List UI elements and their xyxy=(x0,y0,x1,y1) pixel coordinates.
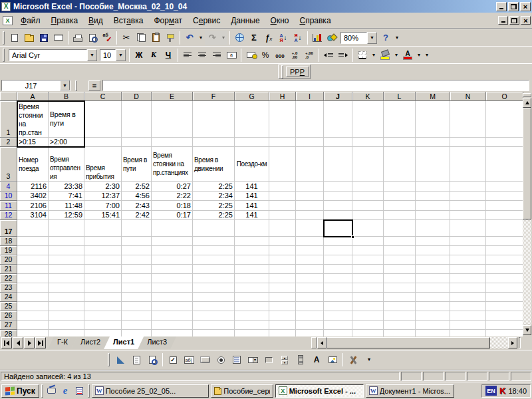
cell-F2[interactable] xyxy=(193,138,235,147)
cell-I4[interactable] xyxy=(296,182,324,192)
cell-M18[interactable] xyxy=(416,237,450,246)
cell-M4[interactable] xyxy=(416,182,450,192)
sheet-tab-3[interactable]: Лист1 xyxy=(104,336,144,349)
cell-B1[interactable]: Время в пути xyxy=(49,101,84,138)
antivirus-icon[interactable]: K xyxy=(499,386,505,396)
spelling-button[interactable] xyxy=(100,31,114,45)
cell-M1[interactable] xyxy=(416,101,450,138)
cell-K10[interactable] xyxy=(352,192,384,201)
cell-K24[interactable] xyxy=(352,293,384,302)
cell-K2[interactable] xyxy=(352,138,384,147)
cell-L4[interactable] xyxy=(384,182,416,192)
cell-H2[interactable] xyxy=(269,138,296,147)
borders-dropdown-button[interactable]: ▾ xyxy=(370,48,378,63)
cell-H10[interactable] xyxy=(269,192,296,201)
toolbar-grip[interactable] xyxy=(3,49,5,62)
cell-M19[interactable] xyxy=(416,246,450,255)
cell-H28[interactable] xyxy=(269,330,296,336)
menu-insert[interactable]: Вставка xyxy=(108,15,149,27)
tab-split-handle[interactable] xyxy=(311,337,317,348)
edit-formula-button[interactable]: = xyxy=(88,80,100,91)
sort-descending-button[interactable]: ЯА↓ xyxy=(291,31,305,45)
cell-A22[interactable] xyxy=(17,274,49,283)
cell-L12[interactable] xyxy=(384,211,416,220)
formula-bar-grip[interactable] xyxy=(75,80,77,91)
cell-G19[interactable] xyxy=(235,246,269,255)
cell-C18[interactable] xyxy=(84,237,122,246)
zoom-combo[interactable]: 80%▼ xyxy=(340,31,377,44)
font-combo-arrow[interactable]: ▼ xyxy=(87,49,97,61)
cell-I27[interactable] xyxy=(296,321,324,330)
textbox-button[interactable] xyxy=(181,352,197,368)
cell-N24[interactable] xyxy=(450,293,486,302)
cell-A3[interactable]: Номер поезда xyxy=(17,147,49,182)
doc-close-button[interactable]: × xyxy=(521,16,531,25)
cell-O2[interactable] xyxy=(486,138,523,147)
cell-E25[interactable] xyxy=(152,302,193,311)
cell-N22[interactable] xyxy=(450,274,486,283)
menu-tools[interactable]: Сервис xyxy=(188,15,225,27)
cell-E11[interactable]: 0:18 xyxy=(152,201,193,211)
cell-D17[interactable] xyxy=(122,220,152,237)
cell-N17[interactable] xyxy=(450,220,486,237)
option-button-button[interactable] xyxy=(213,352,229,368)
cell-K12[interactable] xyxy=(352,211,384,220)
row-header-22[interactable]: 22 xyxy=(0,274,17,283)
cell-O24[interactable] xyxy=(486,293,523,302)
cell-O4[interactable] xyxy=(486,182,523,192)
cell-A10[interactable]: 3402 xyxy=(17,192,49,201)
cell-L27[interactable] xyxy=(384,321,416,330)
show-desktop-button[interactable] xyxy=(45,384,58,397)
column-header-N[interactable]: N xyxy=(450,92,486,101)
increase-indent-button[interactable] xyxy=(336,48,350,63)
toolbar-options-button[interactable]: ▾ xyxy=(423,48,431,63)
cell-N20[interactable] xyxy=(450,255,486,265)
column-header-I[interactable]: I xyxy=(296,92,324,101)
properties-button[interactable] xyxy=(128,352,144,368)
select-all-corner[interactable] xyxy=(0,92,17,101)
cell-I22[interactable] xyxy=(296,274,324,283)
cell-D4[interactable]: 2:52 xyxy=(122,182,152,192)
cell-O3[interactable] xyxy=(486,147,523,182)
autosum-button[interactable] xyxy=(247,31,261,45)
row-header-24[interactable]: 24 xyxy=(0,293,17,302)
decrease-decimal-button[interactable]: +,00,0 xyxy=(302,48,317,63)
cell-A11[interactable]: 2106 xyxy=(17,201,49,211)
toolbar-grip[interactable] xyxy=(281,65,283,78)
cell-A25[interactable] xyxy=(17,302,49,311)
cell-M2[interactable] xyxy=(416,138,450,147)
cell-G4[interactable]: 141 xyxy=(235,182,269,192)
cell-K18[interactable] xyxy=(352,237,384,246)
cell-A26[interactable] xyxy=(17,311,49,321)
column-header-G[interactable]: G xyxy=(235,92,269,101)
cell-N12[interactable] xyxy=(450,211,486,220)
chart-wizard-button[interactable] xyxy=(310,31,325,45)
cell-J19[interactable] xyxy=(324,246,352,255)
cell-H11[interactable] xyxy=(269,201,296,211)
cell-B17[interactable] xyxy=(49,220,84,237)
cell-I19[interactable] xyxy=(296,246,324,255)
cell-B24[interactable] xyxy=(49,293,84,302)
cell-D3[interactable]: Время в пути xyxy=(122,147,152,182)
cell-N2[interactable] xyxy=(450,138,486,147)
cell-E12[interactable]: 0:17 xyxy=(152,211,193,220)
cell-M28[interactable] xyxy=(416,330,450,336)
cell-E26[interactable] xyxy=(152,311,193,321)
cell-H27[interactable] xyxy=(269,321,296,330)
cell-F18[interactable] xyxy=(193,237,235,246)
cell-D12[interactable]: 2:42 xyxy=(122,211,152,220)
row-header-12[interactable]: 12 xyxy=(0,211,17,220)
cell-O26[interactable] xyxy=(486,311,523,321)
cell-N23[interactable] xyxy=(450,283,486,293)
cell-F20[interactable] xyxy=(193,255,235,265)
cell-I12[interactable] xyxy=(296,211,324,220)
name-box-dropdown[interactable]: ▼ xyxy=(60,80,70,90)
cell-F11[interactable]: 2:25 xyxy=(193,201,235,211)
paste-button[interactable] xyxy=(148,31,163,45)
decrease-indent-button[interactable] xyxy=(321,48,336,63)
split-handle[interactable] xyxy=(523,93,531,97)
cell-B28[interactable] xyxy=(49,330,84,336)
cell-L24[interactable] xyxy=(384,293,416,302)
print-preview-button[interactable] xyxy=(85,31,100,45)
cell-C27[interactable] xyxy=(84,321,122,330)
